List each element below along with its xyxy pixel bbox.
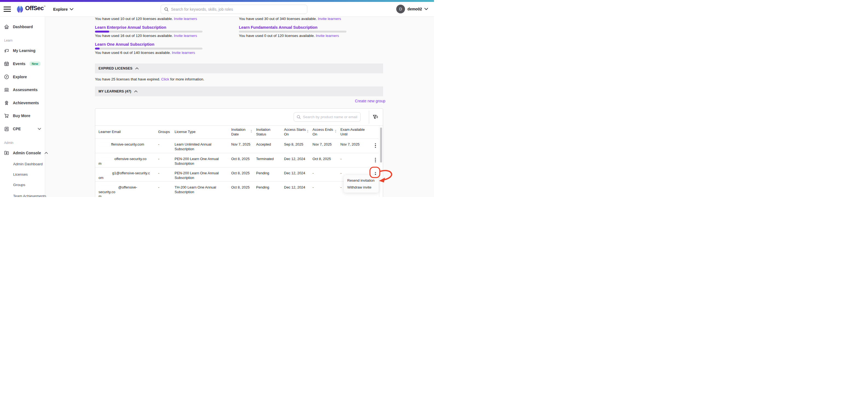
col-header-invitation-date[interactable]: Invitation Date ▲▼ xyxy=(228,126,253,139)
expired-licenses-header[interactable]: EXPIRED LICENSES xyxy=(95,63,383,73)
table-scroll-gutter xyxy=(379,126,379,197)
menu-item-withdraw-invite[interactable]: Withdraw invite xyxy=(344,184,379,191)
invite-learners-link[interactable]: Invite learners xyxy=(174,17,197,21)
cell-invitation-date: Nov 7, 2025 xyxy=(228,139,253,147)
cell-access-starts: Sep 8, 2025 xyxy=(281,139,309,147)
sidebar-item-groups[interactable]: Groups xyxy=(13,183,25,187)
sidebar-item-assessments[interactable]: Assessments xyxy=(4,86,43,93)
cell-learner-email: offensive-security.com xyxy=(95,153,155,166)
col-header-learner-email[interactable]: Learner Email xyxy=(95,126,155,139)
cell-invitation-status: Pending xyxy=(253,168,281,176)
invite-learners-link[interactable]: Invite learners xyxy=(318,17,341,21)
table-search-input[interactable] xyxy=(303,115,358,119)
events-new-badge: New xyxy=(30,62,40,66)
cell-invitation-status: Pending xyxy=(253,182,281,190)
progress-bar xyxy=(239,31,346,33)
cell-invitation-date: Oct 8, 2025 xyxy=(228,168,253,176)
cell-access-ends: - xyxy=(309,168,337,176)
sidebar-item-dashboard[interactable]: Dashboard xyxy=(4,23,43,30)
cell-exam-available: Nov 7, 2025 xyxy=(337,139,366,147)
table-scrollbar-thumb[interactable] xyxy=(380,127,382,162)
sidebar-item-explore[interactable]: Explore xyxy=(4,73,43,81)
cell-exam-available: - xyxy=(337,168,366,176)
sort-icon[interactable]: ▲▼ xyxy=(307,130,309,134)
menu-item-resend-invitation[interactable]: Resend invitation xyxy=(344,177,379,184)
col-header-license-type[interactable]: License Type xyxy=(171,126,228,139)
invite-learners-link[interactable]: Invite learners xyxy=(316,34,339,38)
learners-table-card: Learner Email Groups License Type Invita… xyxy=(95,108,383,197)
cell-invitation-status: Accepted xyxy=(253,139,281,147)
table-header-row: Learner Email Groups License Type Invita… xyxy=(95,126,378,139)
usage-line: You have used 16 out of 120 licenses ava… xyxy=(95,34,197,38)
cell-license-type: PEN-200 Learn One Annual Subscription xyxy=(171,153,228,166)
book-icon xyxy=(4,126,9,131)
cell-groups: - xyxy=(155,139,171,147)
collapse-chevron-up-icon[interactable] xyxy=(134,90,137,92)
user-name: demo02 xyxy=(407,7,422,11)
col-header-invitation-status[interactable]: Invitation Status xyxy=(253,126,281,139)
row-actions-kebab-icon[interactable] xyxy=(372,156,379,164)
chevron-down-icon xyxy=(70,8,73,10)
cell-learner-email: g1@offensive-security.com xyxy=(95,168,155,180)
cell-access-starts: Dec 12, 2024 xyxy=(281,182,309,190)
redacted-email xyxy=(98,186,118,189)
sidebar-item-achievements[interactable]: Achievements xyxy=(4,99,43,107)
subscription-title[interactable]: Learn Enterprise Annual Subscription xyxy=(95,25,166,30)
top-gradient-strip xyxy=(0,0,434,2)
col-header-groups[interactable]: Groups xyxy=(155,126,171,139)
sidebar-item-team-achievements[interactable]: Team Achievements xyxy=(13,194,46,197)
sidebar-item-my-learning[interactable]: My Learning xyxy=(4,47,43,54)
filter-button[interactable] xyxy=(371,113,380,121)
table-row: offensive-security.com - PEN-200 Learn O… xyxy=(95,153,378,168)
invite-learners-link[interactable]: Invite learners xyxy=(172,51,195,55)
create-new-group-link[interactable]: Create new group xyxy=(355,99,385,103)
main-content: You have used 10 out of 120 licenses ava… xyxy=(45,17,434,197)
offsec-logo[interactable]: OffSec ™ xyxy=(16,5,45,13)
sidebar-item-admin-console[interactable]: Admin Console xyxy=(4,149,43,156)
search-icon xyxy=(297,115,301,119)
expired-click-link[interactable]: Click xyxy=(161,77,169,81)
col-header-exam-available[interactable]: Exam Available Until xyxy=(337,126,366,139)
my-learners-header[interactable]: MY LEARNERS (47) xyxy=(95,87,383,96)
row-actions-kebab-icon[interactable] xyxy=(372,142,379,150)
cell-access-starts: Dec 12, 2024 xyxy=(281,168,309,176)
sidebar-item-cpe[interactable]: CPE xyxy=(4,125,43,132)
usage-line: You have used 0 out of 120 licenses avai… xyxy=(239,34,339,38)
col-header-access-starts[interactable]: Access Starts On ▲▼ xyxy=(281,126,309,139)
sort-icon[interactable]: ▲▼ xyxy=(335,130,337,134)
cell-access-ends: Oct 8, 2025 xyxy=(309,153,337,161)
global-search-input[interactable] xyxy=(171,7,304,11)
sidebar-item-events[interactable]: Events New xyxy=(4,60,43,67)
cell-license-type: Learn Unlimited Annual Subscription xyxy=(171,139,228,151)
offsec-logo-icon xyxy=(16,5,24,13)
collapse-chevron-up-icon[interactable] xyxy=(135,67,139,69)
cell-groups: - xyxy=(155,153,171,161)
calendar-icon xyxy=(4,61,9,66)
cell-invitation-date: Oct 8, 2025 xyxy=(228,182,253,190)
top-header: OffSec ™ Explore D demo02 xyxy=(0,2,434,17)
cell-exam-available: - xyxy=(337,153,366,161)
invite-learners-link[interactable]: Invite learners xyxy=(174,34,197,38)
admin-console-chevron-up-icon[interactable] xyxy=(44,152,48,154)
cell-learner-email: @offensive-security.com xyxy=(95,182,155,197)
user-menu[interactable]: D demo02 xyxy=(396,5,428,13)
cart-icon xyxy=(4,113,9,119)
subscription-title[interactable]: Learn Fundamentals Annual Subscription xyxy=(239,25,317,30)
expired-licenses-text: You have 25 licenses that have expired. … xyxy=(95,77,205,81)
subscription-title[interactable]: Learn One Annual Subscription xyxy=(95,42,154,47)
sidebar-item-licenses[interactable]: Licenses xyxy=(13,172,28,177)
usage-line: You have used 30 out of 340 licenses ava… xyxy=(239,17,341,21)
filter-icon xyxy=(373,115,378,120)
hamburger-menu-icon[interactable] xyxy=(4,6,11,12)
col-header-access-ends[interactable]: Access Ends On ▲▼ xyxy=(309,126,337,139)
sidebar-item-buy-more[interactable]: Buy More xyxy=(4,112,43,119)
sort-icon[interactable]: ▲▼ xyxy=(250,130,252,134)
sidebar-item-admin-dashboard[interactable]: Admin Dashboard xyxy=(13,162,43,166)
search-icon xyxy=(164,7,168,11)
table-toolbar xyxy=(95,109,383,126)
page: OffSec ™ Explore D demo02 Das xyxy=(0,0,434,197)
nav-explore[interactable]: Explore xyxy=(53,7,73,11)
table-search xyxy=(293,112,361,122)
cell-access-ends: Nov 7, 2025 xyxy=(309,139,337,147)
cpe-chevron-down-icon[interactable] xyxy=(38,128,41,130)
